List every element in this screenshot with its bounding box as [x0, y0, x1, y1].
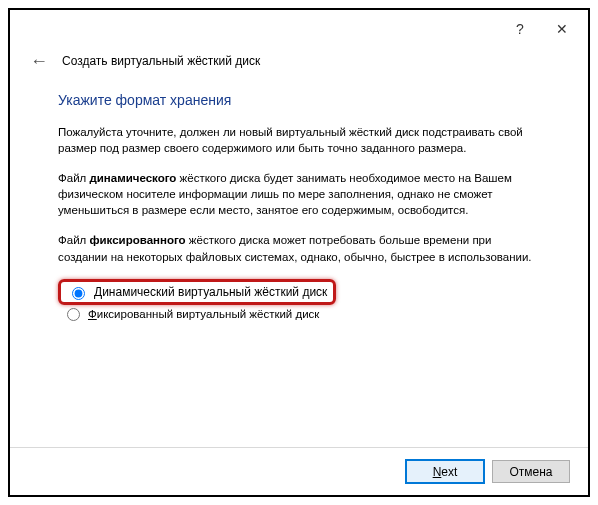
radio-dynamic[interactable]	[72, 287, 85, 300]
para3-bold: фиксированного	[89, 234, 185, 246]
content-area: Укажите формат хранения Пожалуйста уточн…	[10, 80, 588, 447]
radio-fixed[interactable]	[67, 308, 80, 321]
cancel-button[interactable]: Отмена	[492, 460, 570, 483]
next-button[interactable]: Next	[406, 460, 484, 483]
description-paragraph-1: Пожалуйста уточните, должен ли новый вир…	[58, 124, 540, 156]
description-paragraph-3: Файл фиксированного жёсткого диска может…	[58, 232, 540, 264]
description-paragraph-2: Файл динамического жёсткого диска будет …	[58, 170, 540, 218]
radio-dynamic-label[interactable]: Динамический виртуальный жёсткий диск	[94, 285, 327, 299]
titlebar: ? ✕	[10, 10, 588, 48]
close-icon[interactable]: ✕	[542, 14, 582, 44]
footer-button-bar: Next Отмена	[10, 447, 588, 495]
back-arrow-icon[interactable]: ←	[30, 52, 48, 70]
storage-format-radio-group: Динамический виртуальный жёсткий диск Фи…	[58, 279, 540, 324]
header-row: ← Создать виртуальный жёсткий диск	[10, 48, 588, 80]
para3-text-a: Файл	[58, 234, 89, 246]
highlight-annotation: Динамический виртуальный жёсткий диск	[58, 279, 336, 305]
help-icon[interactable]: ?	[500, 14, 540, 44]
section-heading: Укажите формат хранения	[58, 92, 540, 108]
para2-bold: динамического	[89, 172, 176, 184]
para2-text-a: Файл	[58, 172, 89, 184]
page-title: Создать виртуальный жёсткий диск	[62, 54, 260, 68]
radio-fixed-label[interactable]: Фиксированный виртуальный жёсткий диск	[88, 308, 319, 320]
wizard-dialog: ? ✕ ← Создать виртуальный жёсткий диск У…	[8, 8, 590, 497]
